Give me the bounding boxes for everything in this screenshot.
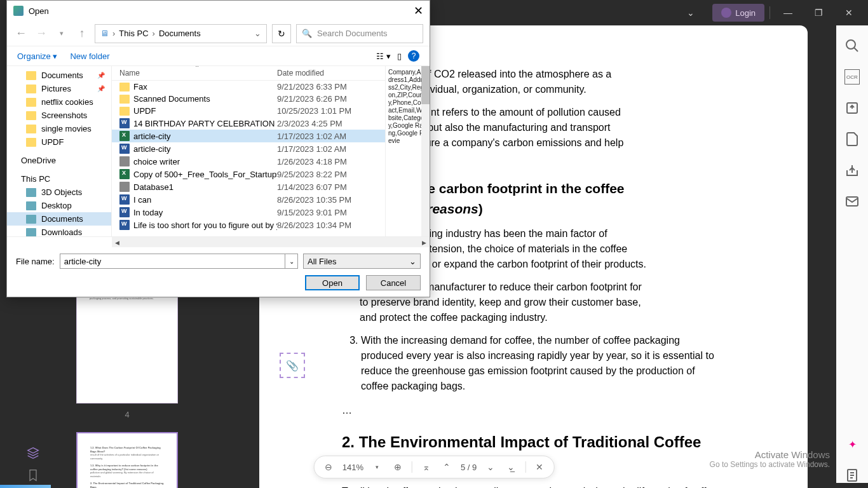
column-header-date[interactable]: Date modified <box>277 69 385 78</box>
maximize-button[interactable]: ❐ <box>806 3 831 23</box>
sidebar-item[interactable]: Screenshots <box>7 109 111 122</box>
mail-icon[interactable] <box>844 194 860 209</box>
svg-point-6 <box>846 40 855 49</box>
breadcrumb-bar[interactable]: 🖥 › This PC › Documents ⌄ <box>95 24 267 43</box>
sidebar-item[interactable]: Downloads <box>7 226 111 236</box>
sidebar-item[interactable]: Pictures📌 <box>7 82 111 95</box>
cancel-button[interactable]: Cancel <box>366 275 421 290</box>
file-date: 8/26/2023 10:35 PM <box>277 195 385 205</box>
page-icon[interactable] <box>844 132 860 147</box>
sidebar-thispc[interactable]: This PC <box>7 172 111 186</box>
preview-toggle-button[interactable]: ▯ <box>397 51 402 61</box>
minimize-button[interactable]: — <box>775 3 801 23</box>
sidebar-item[interactable]: UPDF <box>7 135 111 149</box>
file-name: Database1 <box>133 182 173 192</box>
file-row[interactable]: In today9/15/2023 9:01 PM <box>112 206 385 219</box>
login-button[interactable]: Login <box>712 4 764 22</box>
zoom-in-button[interactable]: ⊕ <box>391 461 404 473</box>
note-icon[interactable] <box>844 468 860 483</box>
sidebar-item[interactable]: 3D Objects <box>7 186 111 199</box>
help-button[interactable]: ? <box>408 50 419 62</box>
dialog-close-button[interactable]: ✕ <box>414 4 423 18</box>
sidebar-label: UPDF <box>41 137 64 147</box>
nav-recent-dropdown[interactable]: ▾ <box>54 29 69 37</box>
sidebar-onedrive[interactable]: OneDrive <box>7 154 111 167</box>
nav-forward-button[interactable]: → <box>34 27 49 40</box>
file-date: 9/25/2023 8:22 PM <box>277 170 385 179</box>
pin-icon: 📌 <box>97 85 105 92</box>
sidebar-item[interactable]: Documents <box>7 212 111 226</box>
nav-back-button[interactable]: ← <box>13 27 29 40</box>
dialog-sidebar: Documents📌Pictures📌netflix cookiesScreen… <box>7 66 112 236</box>
search-icon[interactable] <box>844 38 860 53</box>
sidebar-item[interactable]: Desktop <box>7 199 111 212</box>
last-page-button[interactable]: ⌄̲ <box>505 461 517 473</box>
sparkle-icon[interactable]: ✦ <box>844 437 860 452</box>
titlebar-dropdown-icon[interactable]: ⌄ <box>687 8 695 18</box>
file-row[interactable]: I can8/26/2023 10:35 PM <box>112 193 385 206</box>
file-name: Scanned Documents <box>133 94 210 104</box>
file-type-icon <box>119 194 130 205</box>
export-icon[interactable] <box>844 100 860 116</box>
ocr-icon[interactable]: OCR <box>844 69 860 85</box>
login-label: Login <box>735 8 756 18</box>
file-date: 9/15/2023 9:01 PM <box>277 208 385 217</box>
zoom-out-button[interactable]: ⊖ <box>322 461 335 473</box>
close-button[interactable]: ✕ <box>836 3 862 23</box>
view-mode-button[interactable]: ☷ ▾ <box>376 51 391 61</box>
dialog-title: Open <box>29 6 49 16</box>
filename-dropdown[interactable]: ⌄ <box>285 254 298 269</box>
file-row[interactable]: Copy of 500+_Free_Tools_For_Startups(1)9… <box>112 168 385 180</box>
horizontal-scrollbar[interactable]: ◀▶ <box>112 237 430 247</box>
organize-menu[interactable]: Organize ▾ <box>17 51 57 61</box>
refresh-button[interactable]: ↻ <box>272 24 291 43</box>
folder-icon <box>26 228 36 237</box>
file-row[interactable]: choice writer1/26/2023 4:18 PM <box>112 155 385 168</box>
prev-page-button[interactable]: ⌃ <box>440 461 453 473</box>
new-folder-button[interactable]: New folder <box>70 51 109 61</box>
file-row[interactable]: 14 BIRTHDAY PARTY CELEBRATION IDEAS...2/… <box>112 117 385 130</box>
page-indicator[interactable]: 5 / 9 <box>461 463 477 472</box>
page-navigator: ⊖ 141% ▾ ⊕ ⌅ ⌃ 5 / 9 ⌄ ⌄̲ ✕ <box>314 456 555 478</box>
sidebar-label: Screenshots <box>41 111 87 120</box>
bookmark-icon[interactable] <box>27 469 39 482</box>
folder-icon <box>26 71 36 80</box>
share-icon[interactable] <box>844 163 860 178</box>
sidebar-item[interactable]: Documents📌 <box>7 69 111 82</box>
open-button[interactable]: Open <box>305 275 360 290</box>
file-row[interactable]: article-city1/17/2023 1:02 AM <box>112 142 385 155</box>
search-box[interactable]: 🔍 Search Documents <box>296 24 423 43</box>
breadcrumb-folder[interactable]: Documents <box>159 29 201 38</box>
file-row[interactable]: UPDF10/25/2023 1:01 PM <box>112 105 385 117</box>
close-pager-button[interactable]: ✕ <box>533 461 546 473</box>
file-type-filter[interactable]: All Files⌄ <box>303 254 421 269</box>
pc-icon: 🖥 <box>100 29 109 38</box>
sidebar-item[interactable]: netflix cookies <box>7 95 111 109</box>
sidebar-label: Pictures <box>41 84 71 93</box>
file-row[interactable]: Fax9/21/2023 6:33 PM <box>112 81 385 93</box>
file-date: 8/26/2023 10:34 PM <box>277 220 385 230</box>
page-thumbnail-5[interactable]: 1.2. What Does The Carbon Footprint Of C… <box>76 432 178 488</box>
zoom-dropdown[interactable]: ▾ <box>371 461 384 473</box>
first-page-button[interactable]: ⌅ <box>420 461 433 473</box>
file-row[interactable]: Life is too short for you to figure out … <box>112 219 385 231</box>
file-type-icon <box>119 144 130 154</box>
file-date: 2/3/2023 4:25 PM <box>277 119 385 128</box>
folder-icon <box>26 98 36 107</box>
nav-up-button[interactable]: ↑ <box>74 27 90 40</box>
file-date: 1/26/2023 4:18 PM <box>277 157 385 166</box>
file-row[interactable]: Scanned Documents9/21/2023 6:26 PM <box>112 93 385 105</box>
next-page-button[interactable]: ⌄ <box>484 461 497 473</box>
file-row[interactable]: article-city1/17/2023 1:02 AM <box>112 130 385 142</box>
attachment-placeholder[interactable]: 📎 <box>280 353 305 378</box>
breadcrumb-dropdown[interactable]: ⌄ <box>254 29 261 38</box>
folder-icon <box>26 125 36 133</box>
layers-icon[interactable] <box>27 447 39 459</box>
folder-icon <box>26 215 36 224</box>
file-type-icon <box>119 207 130 217</box>
app-logo-icon <box>13 6 24 16</box>
sidebar-item[interactable]: single movies <box>7 122 111 135</box>
file-row[interactable]: Database11/14/2023 6:07 PM <box>112 180 385 193</box>
breadcrumb-root[interactable]: This PC <box>119 29 148 38</box>
filename-input[interactable] <box>60 254 285 269</box>
